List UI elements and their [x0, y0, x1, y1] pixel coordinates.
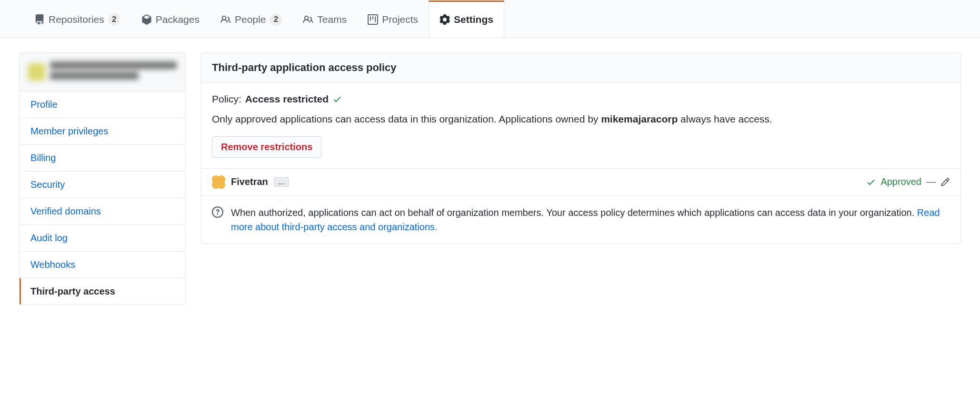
project-icon: [368, 14, 378, 25]
org-top-nav: Repositories 2 Packages People 2 Teams P…: [0, 0, 980, 38]
tab-repositories[interactable]: Repositories 2: [24, 0, 131, 38]
people-count: 2: [270, 13, 282, 26]
remove-restrictions-button[interactable]: Remove restrictions: [212, 136, 321, 158]
app-more-icon[interactable]: ...: [274, 177, 290, 187]
check-icon: [332, 94, 342, 104]
tab-settings[interactable]: Settings: [429, 0, 504, 38]
panel-title: Third-party application access policy: [201, 53, 960, 83]
tab-packages[interactable]: Packages: [131, 0, 210, 38]
sidebar-item-audit-log[interactable]: Audit log: [20, 224, 185, 251]
policy-description: Only approved applications can access da…: [212, 112, 950, 127]
tab-teams[interactable]: Teams: [292, 0, 357, 38]
settings-sidebar: Profile Member privileges Billing Securi…: [19, 52, 186, 305]
people-icon: [220, 14, 231, 25]
tab-label: Settings: [454, 14, 493, 25]
repo-count: 2: [108, 13, 120, 26]
policy-label: Policy:: [212, 93, 241, 105]
tab-label: Projects: [382, 14, 418, 25]
app-row-fivetran: Fivetran ... Approved —: [201, 169, 960, 196]
org-name: mikemajaracorp: [601, 113, 678, 124]
teams-icon: [303, 14, 313, 25]
separator: —: [926, 176, 936, 187]
policy-status: Access restricted: [245, 93, 329, 105]
info-text: When authorized, applications can act on…: [231, 207, 917, 218]
pencil-icon[interactable]: [940, 177, 950, 187]
question-icon: [212, 206, 223, 218]
sidebar-item-billing[interactable]: Billing: [20, 144, 185, 171]
sidebar-item-member-privileges[interactable]: Member privileges: [20, 118, 185, 144]
check-icon: [866, 177, 876, 187]
policy-section: Policy: Access restricted Only approved …: [201, 83, 960, 169]
sidebar-org-header: [20, 53, 185, 91]
sidebar-item-third-party-access[interactable]: Third-party access: [20, 278, 185, 305]
gear-icon: [440, 14, 450, 25]
app-name: Fivetran: [231, 176, 268, 187]
info-row: When authorized, applications can act on…: [201, 196, 960, 244]
main-panel: Third-party application access policy Po…: [201, 52, 961, 244]
package-icon: [141, 14, 152, 25]
tab-label: Packages: [156, 14, 200, 25]
fivetran-app-icon: [212, 175, 225, 189]
tab-label: Repositories: [49, 14, 104, 25]
sidebar-item-security[interactable]: Security: [20, 171, 185, 198]
sidebar-item-webhooks[interactable]: Webhooks: [20, 251, 185, 278]
app-status: Approved: [880, 176, 921, 187]
tab-projects[interactable]: Projects: [357, 0, 429, 38]
sidebar-item-verified-domains[interactable]: Verified domains: [20, 198, 185, 224]
tab-label: People: [235, 14, 266, 25]
tab-label: Teams: [317, 14, 347, 25]
sidebar-item-profile[interactable]: Profile: [20, 91, 185, 118]
tab-people[interactable]: People 2: [210, 0, 292, 38]
repo-icon: [34, 14, 45, 25]
